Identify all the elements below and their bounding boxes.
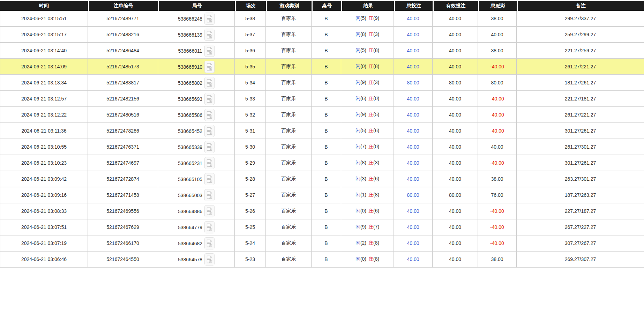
- total-bet-link[interactable]: 40.00: [407, 176, 419, 182]
- result-cell: 闲(5)庄(8): [341, 43, 394, 59]
- table-number-cell: B: [312, 187, 341, 203]
- result-cell: 闲(5)庄(9): [341, 11, 394, 27]
- bet-number-cell: 521672483817: [88, 75, 158, 91]
- video-replay-button[interactable]: [204, 221, 215, 233]
- video-replay-button[interactable]: [204, 109, 215, 121]
- player-result-label: 闲: [355, 208, 360, 214]
- bet-number-cell: 521672474697: [88, 155, 158, 171]
- total-bet-cell: 80.00: [394, 187, 433, 203]
- total-bet-link[interactable]: 80.00: [407, 192, 419, 198]
- banker-result-score: (7): [373, 224, 379, 230]
- remark-cell: 187.27/263.27: [517, 187, 644, 203]
- round-number: 538664886: [178, 208, 202, 214]
- banker-result-label: 庄: [368, 144, 373, 149]
- payout-cell: 38.00: [478, 11, 517, 27]
- banker-result-score: (3): [373, 160, 379, 165]
- video-replay-button[interactable]: [204, 141, 215, 153]
- total-bet-link[interactable]: 40.00: [407, 144, 419, 150]
- total-bet-link[interactable]: 80.00: [407, 80, 419, 85]
- column-header-valid-bet: 有效投注: [433, 1, 478, 11]
- banker-result-label: 庄: [368, 240, 373, 246]
- banker-result-score: (8): [373, 256, 379, 262]
- valid-bet-cell: 40.00: [433, 11, 478, 27]
- session-cell: 5-35: [235, 59, 266, 75]
- player-result-label: 闲: [355, 112, 360, 117]
- remark-cell: 227.27/187.27: [517, 203, 644, 219]
- bet-number-cell: 521672466170: [88, 236, 158, 252]
- round-number: 538665693: [178, 96, 202, 102]
- total-bet-cell: 40.00: [394, 139, 433, 155]
- video-replay-button[interactable]: [204, 13, 215, 25]
- video-replay-icon: [206, 15, 213, 23]
- total-bet-link[interactable]: 40.00: [407, 48, 419, 53]
- valid-bet-cell: 40.00: [433, 43, 478, 59]
- total-bet-link[interactable]: 40.00: [407, 208, 419, 214]
- time-cell: 2024-06-21 03:12:57: [0, 91, 88, 107]
- game-type-cell: 百家乐: [266, 11, 312, 27]
- video-replay-button[interactable]: [204, 237, 215, 249]
- remark-cell: 261.27/221.27: [517, 59, 644, 75]
- bet-number-cell: 521672472874: [88, 171, 158, 187]
- bet-history-table-wrap: 时间 注单编号 局号 场次 游戏类别 桌号 结果 总投注 有效投注 总派彩 备注…: [0, 0, 644, 268]
- banker-result-score: (8): [373, 63, 379, 69]
- player-result-score: (2): [360, 240, 366, 246]
- total-bet-link[interactable]: 40.00: [407, 256, 419, 262]
- bet-number-cell: 521672480516: [88, 107, 158, 123]
- remark-cell: 259.27/299.27: [517, 27, 644, 43]
- time-cell: 2024-06-21 03:09:42: [0, 171, 88, 187]
- total-bet-link[interactable]: 40.00: [407, 64, 419, 69]
- total-bet-link[interactable]: 40.00: [407, 160, 419, 166]
- table-number-cell: B: [312, 11, 341, 27]
- total-bet-link[interactable]: 40.00: [407, 128, 419, 134]
- banker-result-score: (9): [373, 15, 379, 21]
- video-replay-icon: [206, 191, 213, 199]
- session-cell: 5-31: [235, 123, 266, 139]
- player-result-score: (5): [360, 15, 366, 21]
- table-header-row: 时间 注单编号 局号 场次 游戏类别 桌号 结果 总投注 有效投注 总派彩 备注: [0, 1, 644, 11]
- video-replay-button[interactable]: [204, 29, 215, 41]
- result-cell: 闲(9)庄(7): [341, 219, 394, 236]
- video-replay-button[interactable]: [204, 189, 215, 201]
- banker-result-label: 庄: [368, 128, 373, 133]
- round-number-cell: 538665003: [158, 187, 235, 203]
- total-bet-link[interactable]: 40.00: [407, 240, 419, 246]
- total-bet-link[interactable]: 40.00: [407, 96, 419, 102]
- player-result-score: (6): [360, 96, 366, 101]
- payout-cell: 40.00: [478, 27, 517, 43]
- result-cell: 闲(6)庄(0): [341, 91, 394, 107]
- total-bet-link[interactable]: 40.00: [407, 16, 419, 21]
- valid-bet-cell: 40.00: [433, 27, 478, 43]
- banker-result-score: (8): [373, 47, 379, 53]
- player-result-label: 闲: [355, 240, 360, 246]
- total-bet-link[interactable]: 40.00: [407, 112, 419, 118]
- round-number: 538664779: [178, 224, 202, 230]
- round-number: 538664682: [178, 240, 202, 246]
- payout-cell: 76.00: [478, 187, 517, 203]
- payout-cell: 40.00: [478, 139, 517, 155]
- round-number: 538665003: [178, 192, 202, 198]
- video-replay-button[interactable]: [204, 173, 215, 185]
- time-cell: 2024-06-21 03:08:33: [0, 203, 88, 219]
- total-bet-link[interactable]: 40.00: [407, 224, 419, 230]
- time-cell: 2024-06-21 03:13:34: [0, 75, 88, 91]
- payout-cell: -40.00: [478, 155, 517, 171]
- banker-result-label: 庄: [368, 160, 373, 165]
- banker-result-score: (6): [373, 128, 379, 133]
- remark-cell: 267.27/227.27: [517, 219, 644, 236]
- video-replay-button[interactable]: [204, 93, 215, 105]
- video-replay-button[interactable]: [204, 77, 215, 89]
- video-replay-icon: [206, 31, 213, 39]
- video-replay-button[interactable]: [204, 253, 215, 266]
- video-replay-button[interactable]: [204, 157, 215, 169]
- total-bet-link[interactable]: 40.00: [407, 32, 419, 37]
- remark-cell: 261.27/221.27: [517, 107, 644, 123]
- banker-result-label: 庄: [368, 176, 373, 181]
- video-replay-button[interactable]: [204, 205, 215, 217]
- player-result-score: (5): [360, 47, 366, 53]
- table-row: 2024-06-21 03:14:40521672486484538666011…: [0, 43, 644, 59]
- video-replay-button[interactable]: [204, 125, 215, 137]
- video-replay-button[interactable]: [204, 45, 215, 57]
- game-type-cell: 百家乐: [266, 123, 312, 139]
- game-type-cell: 百家乐: [266, 43, 312, 59]
- video-replay-button[interactable]: [204, 61, 215, 73]
